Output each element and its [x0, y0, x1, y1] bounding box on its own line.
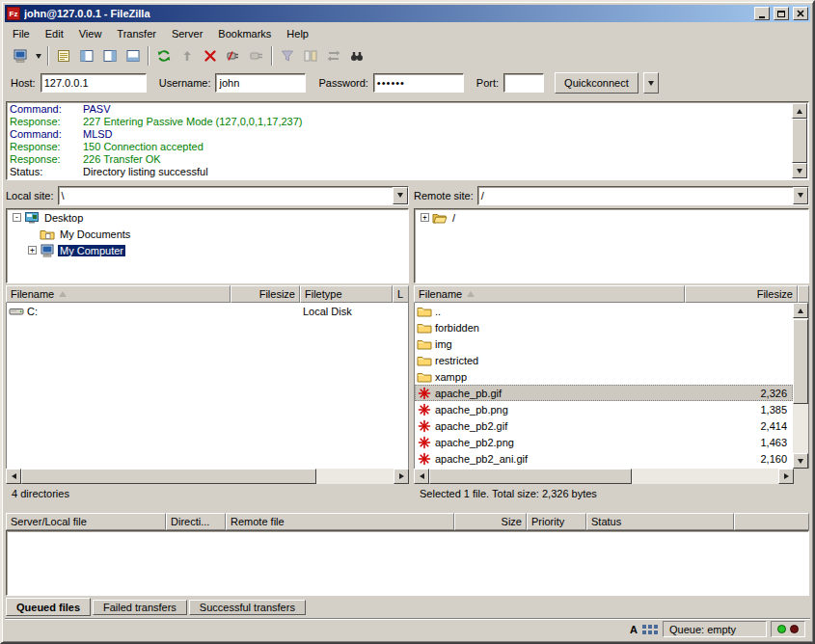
scroll-down-icon[interactable]	[792, 163, 807, 178]
title-bar[interactable]: Fz john@127.0.0.1 - FileZilla	[5, 5, 810, 22]
filter-icon[interactable]	[276, 45, 299, 67]
file-row[interactable]: restricted	[415, 352, 793, 368]
local-site-combo[interactable]: \	[58, 186, 409, 205]
expand-icon[interactable]: +	[421, 213, 429, 222]
remote-file-list: .. forbidden img restricted xampp apache…	[414, 303, 809, 469]
quickconnect-dropdown-icon[interactable]	[643, 72, 659, 94]
collapse-icon[interactable]: -	[13, 213, 21, 222]
toggle-message-log-icon[interactable]	[52, 45, 75, 67]
disconnect-icon[interactable]	[222, 45, 245, 67]
expand-icon[interactable]: +	[28, 246, 37, 255]
minimize-button[interactable]	[754, 7, 770, 20]
tab-failed-transfers[interactable]: Failed transfers	[93, 600, 187, 615]
column-filesize[interactable]: Filesize	[685, 285, 798, 303]
file-row[interactable]: apache_pb2_ani.gif 2,160	[415, 450, 793, 467]
tree-item-desktop[interactable]: - Desktop	[7, 209, 408, 226]
column-filename[interactable]: Filename	[6, 285, 231, 303]
file-row[interactable]: xampp	[415, 368, 793, 385]
file-row[interactable]: C: Local Disk	[7, 303, 408, 319]
scroll-left-icon[interactable]	[414, 469, 429, 484]
maximize-button[interactable]	[774, 7, 789, 20]
column-direction[interactable]: Directi...	[166, 513, 226, 530]
toggle-local-tree-icon[interactable]	[75, 45, 98, 67]
column-filesize[interactable]: Filesize	[231, 285, 300, 303]
file-row-selected[interactable]: apache_pb.gif 2,326	[415, 385, 793, 401]
file-row[interactable]: ..	[415, 303, 793, 319]
site-manager-dropdown-icon[interactable]	[32, 45, 44, 67]
menu-view[interactable]: View	[71, 26, 110, 41]
log-vertical-scrollbar[interactable]	[792, 103, 807, 178]
column-lastmodified[interactable]: L	[393, 285, 409, 303]
column-server-local-file[interactable]: Server/Local file	[6, 513, 166, 530]
tree-item-my-documents[interactable]: My Documents	[7, 226, 408, 242]
file-row[interactable]: apache_pb.png 1,385	[415, 401, 793, 417]
remote-site-combo[interactable]: /	[477, 186, 809, 205]
scrollbar-thumb[interactable]	[793, 319, 808, 404]
log-line: Command:MLSD	[7, 128, 791, 141]
sync-browse-icon[interactable]	[322, 45, 345, 67]
queue-list[interactable]	[6, 530, 809, 596]
image-file-icon	[417, 402, 432, 417]
open-folder-icon	[432, 210, 448, 226]
tree-item-my-computer[interactable]: + My Computer	[7, 242, 408, 258]
folder-icon	[417, 353, 432, 368]
scroll-down-icon[interactable]	[793, 453, 808, 469]
scroll-right-icon[interactable]	[394, 469, 409, 484]
filezilla-window: Fz john@127.0.0.1 - FileZilla File Edit …	[0, 0, 815, 644]
find-icon[interactable]	[345, 45, 368, 67]
column-remote-file[interactable]: Remote file	[226, 513, 454, 530]
scroll-right-icon[interactable]	[778, 469, 794, 484]
menu-transfer[interactable]: Transfer	[109, 26, 164, 41]
tree-item-root[interactable]: + /	[415, 209, 808, 226]
file-row[interactable]: apache_pb2.gif 2,414	[415, 417, 793, 434]
site-manager-icon[interactable]	[9, 45, 32, 67]
menu-bookmarks[interactable]: Bookmarks	[210, 26, 279, 41]
remote-horizontal-scrollbar[interactable]	[414, 469, 794, 484]
computer-icon	[40, 243, 55, 258]
tab-successful-transfers[interactable]: Successful transfers	[189, 600, 306, 615]
column-size[interactable]: Size	[454, 513, 527, 530]
compare-icon[interactable]	[299, 45, 322, 67]
chevron-down-icon[interactable]	[793, 187, 808, 204]
file-row[interactable]: apache_pb2.png 1,463	[415, 434, 793, 450]
menu-help[interactable]: Help	[279, 26, 316, 41]
chevron-down-icon[interactable]	[393, 187, 408, 204]
scrollbar-thumb[interactable]	[429, 469, 632, 484]
port-input[interactable]	[503, 73, 544, 93]
refresh-icon[interactable]	[152, 45, 176, 67]
username-input[interactable]	[215, 73, 306, 93]
menu-server[interactable]: Server	[164, 26, 210, 41]
scroll-up-icon[interactable]	[793, 303, 808, 318]
local-horizontal-scrollbar[interactable]	[6, 469, 409, 484]
toolbar	[5, 43, 810, 68]
column-filetype[interactable]: Filetype	[300, 285, 393, 303]
column-priority[interactable]: Priority	[527, 513, 586, 530]
reconnect-icon[interactable]	[245, 45, 268, 67]
scrollbar-track[interactable]	[316, 469, 394, 484]
process-queue-icon[interactable]	[176, 45, 199, 67]
scroll-up-icon[interactable]	[792, 103, 807, 119]
scrollbar-track[interactable]	[632, 469, 778, 484]
toggle-queue-icon[interactable]	[122, 45, 145, 67]
scrollbar-thumb[interactable]	[21, 469, 316, 484]
queue-tabs: Queued files Failed transfers Successful…	[6, 598, 306, 616]
scroll-left-icon[interactable]	[6, 469, 21, 484]
file-row[interactable]: forbidden	[415, 319, 793, 335]
scrollbar-thumb[interactable]	[792, 119, 807, 163]
column-status[interactable]: Status	[586, 513, 734, 530]
send-led-icon	[790, 625, 799, 633]
tab-queued-files[interactable]: Queued files	[6, 598, 91, 616]
password-input[interactable]	[373, 73, 464, 93]
toggle-remote-tree-icon[interactable]	[98, 45, 122, 67]
menu-edit[interactable]: Edit	[38, 26, 71, 41]
column-filename[interactable]: Filename	[414, 285, 685, 303]
cancel-icon[interactable]	[199, 45, 222, 67]
quickconnect-button[interactable]: Quickconnect	[555, 72, 638, 94]
file-row[interactable]: img	[415, 335, 793, 352]
remote-vertical-scrollbar[interactable]	[793, 303, 808, 469]
queue-header: Server/Local file Directi... Remote file…	[6, 513, 809, 530]
host-input[interactable]	[41, 73, 147, 93]
close-button[interactable]	[793, 7, 808, 20]
local-site-label: Local site:	[6, 190, 54, 201]
menu-file[interactable]: File	[5, 26, 38, 41]
